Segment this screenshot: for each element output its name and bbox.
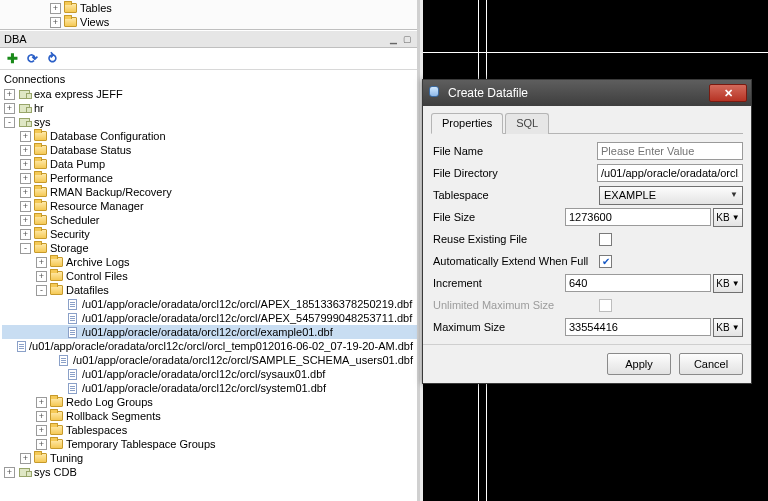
expand-icon[interactable]: + (36, 271, 47, 282)
expand-icon[interactable]: + (50, 17, 61, 28)
connection-icon (17, 102, 31, 114)
tree-row[interactable]: +Tuning (2, 451, 417, 465)
folder-icon (49, 424, 63, 436)
datafile-icon (65, 368, 79, 380)
expand-icon[interactable]: + (36, 257, 47, 268)
expand-icon[interactable]: + (50, 3, 61, 14)
reuse-checkbox[interactable] (599, 233, 612, 246)
tree-row[interactable]: +Control Files (2, 269, 417, 283)
auto-extend-checkbox[interactable]: ✔ (599, 255, 612, 268)
tree-row[interactable]: +Database Status (2, 143, 417, 157)
tree-row[interactable]: +Security (2, 227, 417, 241)
collapse-icon[interactable]: - (36, 285, 47, 296)
tree-row[interactable]: +Tables (4, 1, 413, 15)
expand-icon[interactable]: + (36, 397, 47, 408)
datafile-icon (65, 298, 79, 310)
tree-node-label: Views (80, 16, 109, 28)
tree-row[interactable]: +exa express JEFF (2, 87, 417, 101)
dba-panel-header: DBA ▁ ▢ (0, 30, 417, 48)
tab-properties[interactable]: Properties (431, 113, 503, 134)
tree-row[interactable]: /u01/app/oracle/oradata/orcl12c/orcl/APE… (2, 297, 417, 311)
tree-row[interactable]: +hr (2, 101, 417, 115)
restore-icon[interactable]: ▢ (401, 33, 413, 45)
tree-row[interactable]: /u01/app/oracle/oradata/orcl12c/orcl/sys… (2, 381, 417, 395)
file-size-unit[interactable]: KB▼ (713, 208, 743, 227)
tree-row[interactable]: +Scheduler (2, 213, 417, 227)
file-size-input[interactable] (565, 208, 711, 226)
tree-node-label: Archive Logs (66, 255, 130, 269)
collapse-icon[interactable]: - (20, 243, 31, 254)
expand-icon[interactable]: + (20, 187, 31, 198)
dialog-button-bar: Apply Cancel (423, 344, 751, 383)
tree-row[interactable]: /u01/app/oracle/oradata/orcl12c/orcl/orc… (2, 339, 417, 353)
minimize-icon[interactable]: ▁ (387, 33, 399, 45)
add-connection-icon[interactable]: ✚ (4, 51, 20, 67)
twisty-blank (52, 369, 63, 380)
cancel-button[interactable]: Cancel (679, 353, 743, 375)
label-auto-extend: Automatically Extend When Full (431, 255, 599, 267)
close-icon[interactable]: ✕ (709, 84, 747, 102)
expand-icon[interactable]: + (20, 201, 31, 212)
expand-icon[interactable]: + (20, 453, 31, 464)
file-name-input[interactable] (597, 142, 743, 160)
expand-icon[interactable]: + (36, 425, 47, 436)
max-size-unit[interactable]: KB▼ (713, 318, 743, 337)
max-size-input[interactable] (565, 318, 711, 336)
tree-node-label: Database Status (50, 143, 131, 157)
expand-icon[interactable]: + (20, 215, 31, 226)
expand-icon[interactable]: + (4, 467, 15, 478)
tree-node-label: Resource Manager (50, 199, 144, 213)
expand-icon[interactable]: + (20, 131, 31, 142)
expand-icon[interactable]: + (20, 229, 31, 240)
datafile-icon (65, 382, 79, 394)
expand-icon[interactable]: + (36, 439, 47, 450)
collapse-icon[interactable]: - (4, 117, 15, 128)
tab-sql[interactable]: SQL (505, 113, 549, 134)
refresh-icon[interactable]: ⟳ (24, 51, 40, 67)
tree-row[interactable]: -Storage (2, 241, 417, 255)
expand-icon[interactable]: + (20, 173, 31, 184)
expand-icon[interactable]: + (4, 89, 15, 100)
tree-row[interactable]: +sys CDB (2, 465, 417, 479)
tree-row[interactable]: +Temporary Tablespace Groups (2, 437, 417, 451)
tree-row[interactable]: +Views (4, 15, 413, 29)
tree-row[interactable]: +Data Pump (2, 157, 417, 171)
folder-icon (33, 214, 47, 226)
tree-row[interactable]: +Performance (2, 171, 417, 185)
increment-unit[interactable]: KB▼ (713, 274, 743, 293)
tree-row[interactable]: +Archive Logs (2, 255, 417, 269)
folder-icon (49, 396, 63, 408)
label-tablespace: Tablespace (431, 189, 599, 201)
expand-icon[interactable]: + (36, 411, 47, 422)
tree-row[interactable]: +RMAN Backup/Recovery (2, 185, 417, 199)
expand-icon[interactable]: + (20, 145, 31, 156)
tree-row[interactable]: -sys (2, 115, 417, 129)
tree-node-label: /u01/app/oracle/oradata/orcl12c/orcl/orc… (29, 339, 413, 353)
tree-row[interactable]: /u01/app/oracle/oradata/orcl12c/orcl/APE… (2, 311, 417, 325)
tree-node-label: Data Pump (50, 157, 105, 171)
increment-input[interactable] (565, 274, 711, 292)
expand-icon[interactable]: + (20, 159, 31, 170)
tree-row[interactable]: /u01/app/oracle/oradata/orcl12c/orcl/SAM… (2, 353, 417, 367)
tree-row[interactable]: /u01/app/oracle/oradata/orcl12c/orcl/exa… (2, 325, 417, 339)
tree-row[interactable]: -Datafiles (2, 283, 417, 297)
expand-icon[interactable]: + (4, 103, 15, 114)
connection-icon (17, 466, 31, 478)
dba-tree[interactable]: +exa express JEFF+hr-sys+Database Config… (0, 87, 417, 501)
folder-icon (33, 200, 47, 212)
tree-row[interactable]: +Tablespaces (2, 423, 417, 437)
tree-row[interactable]: +Redo Log Groups (2, 395, 417, 409)
tablespace-select[interactable]: EXAMPLE (599, 186, 743, 205)
tree-row[interactable]: +Database Configuration (2, 129, 417, 143)
apply-button[interactable]: Apply (607, 353, 671, 375)
tree-node-label: Tablespaces (66, 423, 127, 437)
datafile-icon (65, 312, 79, 324)
tree-row[interactable]: +Resource Manager (2, 199, 417, 213)
tree-row[interactable]: /u01/app/oracle/oradata/orcl12c/orcl/sys… (2, 367, 417, 381)
file-directory-input[interactable] (597, 164, 743, 182)
label-unlimited: Unlimited Maximum Size (431, 299, 599, 311)
refresh-all-icon[interactable]: ⥁ (44, 51, 60, 67)
tree-row[interactable]: +Rollback Segments (2, 409, 417, 423)
tree-node-label: Rollback Segments (66, 409, 161, 423)
dialog-titlebar[interactable]: Create Datafile ✕ (423, 80, 751, 106)
